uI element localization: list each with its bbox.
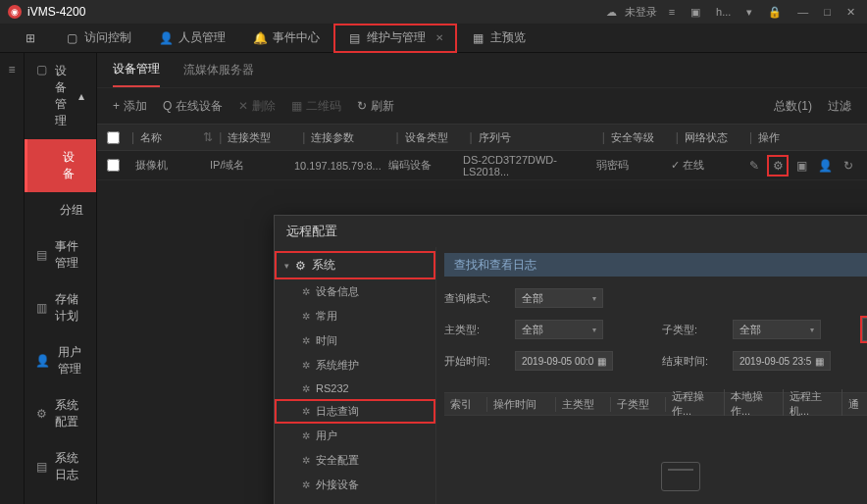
sidebar-collapse[interactable]: ≡ [0, 53, 25, 504]
titlebar: ◉ iVMS-4200 ☁ 未登录 ≡ ▣ h... ▾ 🔒 — □ ✕ [0, 0, 867, 24]
sidebar-event-mgmt[interactable]: ▤事件管理 [25, 228, 96, 281]
lh-index[interactable]: 索引 [444, 397, 487, 412]
tab-personnel[interactable]: 👤人员管理 [145, 24, 239, 53]
td-sec-level: 弱密码 [596, 158, 655, 173]
lh-local-op[interactable]: 本地操作... [725, 389, 784, 419]
td-conn-param: 10.197.185.79:8... [294, 160, 373, 172]
tree-common[interactable]: ✲常用 [275, 304, 435, 328]
th-sec-level[interactable]: 安全等级 [611, 130, 670, 145]
sidebar-sys-config[interactable]: ⚙系统配置 [25, 387, 96, 440]
content-area: 设备管理 流媒体服务器 + 添加 Q 在线设备 ✕ 删除 ▦ 二维码 ↻ 刷新 … [97, 53, 867, 504]
lh-sub[interactable]: 子类型 [611, 397, 666, 412]
tree-network[interactable]: ▸⚙网络 [275, 497, 435, 504]
calendar-icon: ▦ [597, 356, 606, 367]
tree-user[interactable]: ✲用户 [275, 424, 435, 448]
close-icon[interactable]: ✕ [842, 4, 859, 21]
user-icon[interactable]: 👤 [816, 157, 834, 175]
gear-icon[interactable]: ⚙ [769, 157, 787, 175]
config-tree: ▾⚙系统 ✲设备信息 ✲常用 ✲时间 ✲系统维护 ✲RS232 ✲日志查询 ✲用… [275, 247, 436, 504]
add-button[interactable]: + 添加 [113, 98, 147, 115]
total-count: 总数(1) [774, 98, 812, 115]
tree-device-info[interactable]: ✲设备信息 [275, 279, 435, 304]
subtab-stream-server[interactable]: 流媒体服务器 [183, 54, 254, 86]
status-text: h... [712, 4, 735, 20]
tree-log-query[interactable]: ✲日志查询 [275, 399, 435, 424]
select-all-checkbox[interactable] [107, 131, 120, 144]
refresh-button[interactable]: ↻ 刷新 [357, 98, 394, 115]
sub-type-label: 子类型: [662, 323, 717, 337]
subtabs: 设备管理 流媒体服务器 [97, 53, 867, 88]
td-name: 摄像机 [135, 158, 194, 173]
th-name[interactable]: 名称 [140, 130, 199, 145]
tree-external[interactable]: ✲外接设备 [275, 473, 435, 497]
topbar: ⊞ ▢访问控制 👤人员管理 🔔事件中心 ▤维护与管理✕ ▦主预览 [0, 24, 867, 53]
sidebar: ▢设备管理▴ 设备 分组 ▤事件管理 ▥存储计划 👤用户管理 ⚙系统配置 ▤系统… [25, 53, 97, 504]
sidebar-device[interactable]: 设备 [25, 139, 96, 192]
th-conn-type[interactable]: 连接类型 [228, 130, 296, 145]
query-mode-select[interactable]: 全部▾ [515, 288, 603, 308]
sidebar-device-mgmt[interactable]: ▢设备管理▴ [25, 53, 96, 139]
lh-remote-op[interactable]: 远程操作... [666, 389, 725, 419]
delete-button[interactable]: ✕ 删除 [238, 98, 276, 115]
login-status[interactable]: 未登录 [625, 5, 657, 20]
start-time-input[interactable]: 2019-09-05 00:0▦ [515, 351, 613, 371]
tree-time[interactable]: ✲时间 [275, 328, 435, 353]
lh-main[interactable]: 主类型 [556, 397, 611, 412]
th-ops[interactable]: 操作 [758, 130, 856, 145]
td-serial: DS-2CD3T27DWD-LS2018... [463, 154, 581, 177]
dialog-title: 远程配置 ✕ [275, 216, 867, 247]
refresh-row-icon[interactable]: ↻ [840, 157, 857, 175]
sidebar-storage[interactable]: ▥存储计划 [25, 281, 96, 334]
tab-main-preview[interactable]: ▦主预览 [457, 24, 539, 53]
sidebar-user-mgmt[interactable]: 👤用户管理 [25, 334, 96, 387]
chevron-up-icon: ▴ [78, 89, 84, 103]
row-checkbox[interactable] [107, 159, 120, 172]
lh-channel[interactable]: 通 [842, 397, 867, 412]
image-icon[interactable]: ▣ [687, 4, 704, 21]
empty-icon [661, 462, 700, 491]
list-icon[interactable]: ≡ [665, 4, 679, 20]
table-row[interactable]: 摄像机 IP/域名 10.197.185.79:8... 编码设备 DS-2CD… [97, 151, 867, 180]
th-serial[interactable]: 序列号 [479, 130, 596, 145]
search-button[interactable]: 搜索 [862, 318, 867, 341]
end-time-input[interactable]: 2019-09-05 23:5▦ [733, 351, 831, 371]
sidebar-group[interactable]: 分组 [25, 192, 96, 228]
online-button[interactable]: Q 在线设备 [163, 98, 223, 115]
lh-remote-host[interactable]: 远程主机... [784, 389, 842, 419]
edit-icon[interactable]: ✎ [745, 157, 763, 175]
maximize-icon[interactable]: □ [820, 4, 835, 20]
filter-input[interactable]: 过滤 [828, 98, 851, 115]
copy-icon[interactable]: ▣ [792, 157, 810, 175]
th-net-status[interactable]: 网络状态 [685, 130, 743, 145]
td-dev-type: 编码设备 [388, 158, 447, 173]
log-table-header: 索引 操作时间 主类型 子类型 远程操作... 本地操作... 远程主机... … [444, 392, 867, 416]
tree-maintenance[interactable]: ✲系统维护 [275, 353, 435, 378]
tab-maintenance[interactable]: ▤维护与管理✕ [333, 24, 457, 53]
lock-icon[interactable]: 🔒 [764, 4, 786, 21]
tab-event-center[interactable]: 🔔事件中心 [239, 24, 333, 53]
qrcode-button[interactable]: ▦ 二维码 [291, 98, 341, 115]
tree-system[interactable]: ▾⚙系统 [275, 251, 435, 279]
cloud-icon[interactable]: ☁ [606, 6, 617, 19]
log-query-form: 查询模式: 全部▾ 主类型: 全部▾ 子类型: 全部▾ 搜索 [444, 277, 867, 392]
main-type-select[interactable]: 全部▾ [515, 320, 603, 339]
main-type-label: 主类型: [444, 323, 499, 337]
td-net-status: ✓在线 [671, 158, 730, 173]
row-ops: ✎ ⚙ ▣ 👤 ↻ [745, 157, 857, 175]
tab-access-control[interactable]: ▢访问控制 [51, 24, 145, 53]
tree-rs232[interactable]: ✲RS232 [275, 378, 435, 399]
td-conn-type: IP/域名 [210, 158, 279, 173]
lh-optime[interactable]: 操作时间 [487, 397, 556, 412]
sidebar-sys-log[interactable]: ▤系统日志 [25, 440, 96, 493]
grid-apps-icon[interactable]: ⊞ [10, 24, 51, 53]
th-conn-param[interactable]: 连接参数 [311, 130, 389, 145]
tab-close-icon[interactable]: ✕ [435, 32, 443, 43]
table-header: |名称⇅ |连接类型 |连接参数 |设备类型 |序列号 |安全等级 |网络状态 … [97, 124, 867, 151]
th-dev-type[interactable]: 设备类型 [405, 130, 464, 145]
minimize-icon[interactable]: — [793, 4, 812, 20]
caret-icon[interactable]: ▾ [742, 4, 756, 21]
log-table-body [444, 416, 867, 504]
sub-type-select[interactable]: 全部▾ [733, 320, 821, 339]
subtab-device-mgmt[interactable]: 设备管理 [113, 53, 160, 87]
tree-security[interactable]: ✲安全配置 [275, 448, 435, 473]
